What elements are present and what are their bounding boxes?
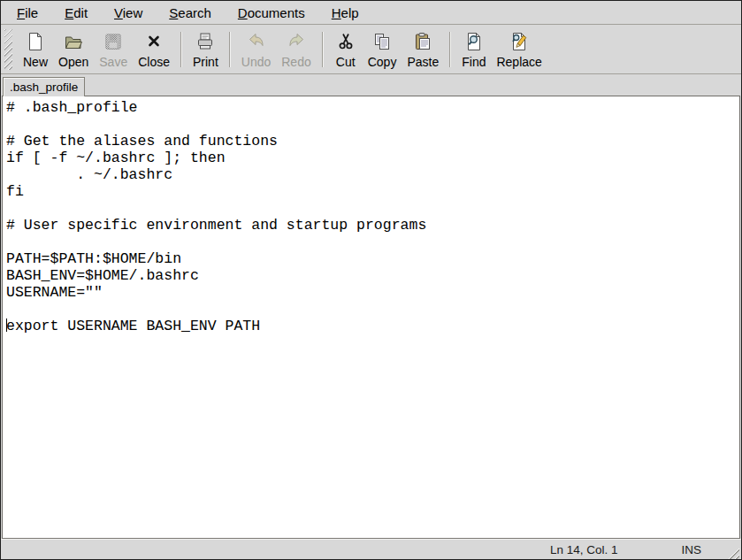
replace-button[interactable]: Replace <box>491 28 547 71</box>
copy-pages-icon <box>371 31 393 52</box>
printer-icon <box>195 31 216 52</box>
redo-button: Redo <box>276 28 316 71</box>
scissors-icon <box>335 31 356 52</box>
clipboard-icon <box>412 31 433 52</box>
input-mode-label: INS <box>681 543 701 556</box>
toolbar-separator <box>229 32 231 67</box>
new-document-icon <box>25 31 46 52</box>
menu-view[interactable]: View <box>105 1 151 24</box>
cut-button[interactable]: Cut <box>329 28 363 71</box>
open-folder-icon <box>63 31 84 52</box>
find-button[interactable]: Find <box>456 28 491 71</box>
tab-bash-profile[interactable]: .bash_profile <box>3 77 85 96</box>
resize-grip[interactable] <box>724 544 739 559</box>
save-button: Save <box>94 28 133 71</box>
toolbar-separator <box>449 32 451 67</box>
undo-button: Undo <box>236 28 276 71</box>
paste-button[interactable]: Paste <box>402 28 444 71</box>
close-button[interactable]: Close <box>133 28 175 71</box>
menu-file[interactable]: File <box>8 1 47 24</box>
open-button[interactable]: Open <box>53 28 94 71</box>
undo-arrow-icon <box>246 31 267 52</box>
menu-help[interactable]: Help <box>323 1 368 24</box>
statusbar: Ln 14, Col. 1 INS <box>1 539 741 559</box>
copy-button[interactable]: Copy <box>363 28 402 71</box>
toolbar-drag-handle[interactable] <box>4 29 12 70</box>
document-text: # .bash_profile # Get the aliases and fu… <box>3 96 739 334</box>
text-view[interactable]: # .bash_profile # Get the aliases and fu… <box>2 96 740 539</box>
toolbar-separator <box>180 32 182 67</box>
toolbar-separator <box>322 32 324 67</box>
tab-bar: .bash_profile <box>1 74 741 96</box>
cursor-position-label: Ln 14, Col. 1 <box>550 543 618 556</box>
menu-search[interactable]: Search <box>160 1 220 24</box>
menubar: File Edit View Search Documents Help <box>1 1 741 25</box>
menu-documents[interactable]: Documents <box>229 1 314 24</box>
redo-arrow-icon <box>286 31 307 52</box>
replace-pencil-icon <box>509 31 530 52</box>
save-floppy-icon <box>103 31 124 52</box>
menu-edit[interactable]: Edit <box>56 1 96 24</box>
find-magnifier-icon <box>463 31 485 52</box>
print-button[interactable]: Print <box>187 28 224 71</box>
toolbar: New Open <box>1 25 741 74</box>
tab-label: .bash_profile <box>10 81 78 94</box>
new-button[interactable]: New <box>18 28 53 71</box>
close-icon <box>143 31 164 52</box>
text-editor-window: File Edit View Search Documents Help New <box>0 0 742 560</box>
